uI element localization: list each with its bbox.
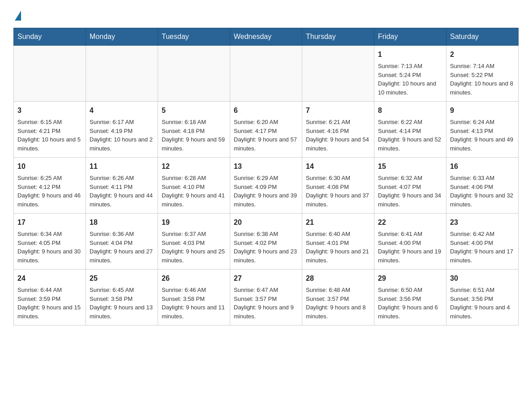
sunset-text: Sunset: 4:00 PM xyxy=(450,240,493,246)
calendar-cell: 28Sunrise: 6:48 AMSunset: 3:57 PMDayligh… xyxy=(302,270,374,325)
sunrise-text: Sunrise: 6:25 AM xyxy=(17,175,62,181)
calendar-cell: 15Sunrise: 6:32 AMSunset: 4:07 PMDayligh… xyxy=(374,158,446,214)
sunrise-text: Sunrise: 6:18 AM xyxy=(162,119,206,125)
daylight-text: Daylight: 9 hours and 37 minutes. xyxy=(306,192,369,208)
weekday-header-thursday: Thursday xyxy=(302,28,374,46)
day-number: 23 xyxy=(450,217,515,228)
daylight-text: Daylight: 9 hours and 54 minutes. xyxy=(306,136,369,152)
daylight-text: Daylight: 9 hours and 34 minutes. xyxy=(378,192,441,208)
sunset-text: Sunset: 5:24 PM xyxy=(378,72,421,78)
page-header xyxy=(13,9,519,19)
day-number: 15 xyxy=(378,161,442,172)
calendar-cell: 8Sunrise: 6:22 AMSunset: 4:14 PMDaylight… xyxy=(374,102,446,158)
calendar-cell: 26Sunrise: 6:46 AMSunset: 3:58 PMDayligh… xyxy=(158,270,230,325)
calendar-cell: 18Sunrise: 6:36 AMSunset: 4:04 PMDayligh… xyxy=(86,214,158,270)
calendar-cell: 14Sunrise: 6:30 AMSunset: 4:08 PMDayligh… xyxy=(302,158,374,214)
day-number: 10 xyxy=(17,161,82,172)
calendar-cell: 6Sunrise: 6:20 AMSunset: 4:17 PMDaylight… xyxy=(230,102,302,158)
sunset-text: Sunset: 4:03 PM xyxy=(162,240,205,246)
sunset-text: Sunset: 4:01 PM xyxy=(306,240,349,246)
sunrise-text: Sunrise: 6:41 AM xyxy=(378,231,422,237)
week-row-1: 1Sunrise: 7:13 AMSunset: 5:24 PMDaylight… xyxy=(14,46,519,102)
daylight-text: Daylight: 9 hours and 19 minutes. xyxy=(378,248,441,264)
calendar-cell: 12Sunrise: 6:28 AMSunset: 4:10 PMDayligh… xyxy=(158,158,230,214)
day-number: 3 xyxy=(17,105,82,116)
daylight-text: Daylight: 9 hours and 27 minutes. xyxy=(90,248,153,264)
daylight-text: Daylight: 9 hours and 30 minutes. xyxy=(17,248,81,264)
calendar-cell xyxy=(158,46,230,102)
day-number: 21 xyxy=(306,217,370,228)
weekday-header-friday: Friday xyxy=(374,28,446,46)
daylight-text: Daylight: 9 hours and 11 minutes. xyxy=(162,304,225,320)
daylight-text: Daylight: 9 hours and 44 minutes. xyxy=(90,192,153,208)
calendar-cell: 2Sunrise: 7:14 AMSunset: 5:22 PMDaylight… xyxy=(446,46,519,102)
calendar-cell: 24Sunrise: 6:44 AMSunset: 3:59 PMDayligh… xyxy=(14,270,86,325)
sunrise-text: Sunrise: 6:22 AM xyxy=(378,119,422,125)
daylight-text: Daylight: 10 hours and 8 minutes. xyxy=(450,80,513,96)
day-number: 6 xyxy=(234,105,298,116)
calendar-cell: 10Sunrise: 6:25 AMSunset: 4:12 PMDayligh… xyxy=(14,158,86,214)
day-number: 17 xyxy=(17,217,82,228)
sunset-text: Sunset: 5:22 PM xyxy=(450,72,493,78)
sunrise-text: Sunrise: 6:30 AM xyxy=(306,175,350,181)
calendar-cell: 21Sunrise: 6:40 AMSunset: 4:01 PMDayligh… xyxy=(302,214,374,270)
calendar-cell: 4Sunrise: 6:17 AMSunset: 4:19 PMDaylight… xyxy=(86,102,158,158)
daylight-text: Daylight: 9 hours and 23 minutes. xyxy=(234,248,297,264)
sunset-text: Sunset: 4:12 PM xyxy=(17,184,60,190)
day-number: 11 xyxy=(90,161,154,172)
sunset-text: Sunset: 4:04 PM xyxy=(90,240,133,246)
calendar-cell: 11Sunrise: 6:26 AMSunset: 4:11 PMDayligh… xyxy=(86,158,158,214)
sunrise-text: Sunrise: 7:13 AM xyxy=(378,63,422,69)
sunset-text: Sunset: 4:17 PM xyxy=(234,128,277,134)
sunset-text: Sunset: 4:11 PM xyxy=(90,184,133,190)
sunrise-text: Sunrise: 6:20 AM xyxy=(234,119,278,125)
daylight-text: Daylight: 10 hours and 5 minutes. xyxy=(17,136,81,152)
day-number: 19 xyxy=(162,217,226,228)
sunrise-text: Sunrise: 6:46 AM xyxy=(162,287,206,293)
daylight-text: Daylight: 9 hours and 21 minutes. xyxy=(306,248,369,264)
sunrise-text: Sunrise: 6:48 AM xyxy=(306,287,350,293)
daylight-text: Daylight: 9 hours and 17 minutes. xyxy=(450,248,513,264)
day-number: 9 xyxy=(450,105,515,116)
sunrise-text: Sunrise: 6:44 AM xyxy=(17,287,62,293)
sunrise-text: Sunrise: 6:45 AM xyxy=(90,287,134,293)
sunset-text: Sunset: 4:08 PM xyxy=(306,184,349,190)
calendar-cell: 13Sunrise: 6:29 AMSunset: 4:09 PMDayligh… xyxy=(230,158,302,214)
week-row-5: 24Sunrise: 6:44 AMSunset: 3:59 PMDayligh… xyxy=(14,270,519,325)
calendar-cell: 3Sunrise: 6:15 AMSunset: 4:21 PMDaylight… xyxy=(14,102,86,158)
sunset-text: Sunset: 3:59 PM xyxy=(17,295,60,302)
daylight-text: Daylight: 9 hours and 8 minutes. xyxy=(306,304,366,320)
calendar-cell: 29Sunrise: 6:50 AMSunset: 3:56 PMDayligh… xyxy=(374,270,446,325)
sunset-text: Sunset: 4:07 PM xyxy=(378,184,421,190)
weekday-header-saturday: Saturday xyxy=(446,28,519,46)
sunset-text: Sunset: 4:09 PM xyxy=(234,184,277,190)
day-number: 30 xyxy=(450,273,515,284)
calendar-cell: 1Sunrise: 7:13 AMSunset: 5:24 PMDaylight… xyxy=(374,46,446,102)
daylight-text: Daylight: 10 hours and 10 minutes. xyxy=(378,80,436,96)
sunrise-text: Sunrise: 6:24 AM xyxy=(450,119,494,125)
sunset-text: Sunset: 4:18 PM xyxy=(162,128,205,134)
sunset-text: Sunset: 4:06 PM xyxy=(450,184,493,190)
calendar-table: SundayMondayTuesdayWednesdayThursdayFrid… xyxy=(13,28,519,325)
day-number: 7 xyxy=(306,105,370,116)
sunset-text: Sunset: 3:57 PM xyxy=(306,295,349,302)
calendar-cell: 16Sunrise: 6:33 AMSunset: 4:06 PMDayligh… xyxy=(446,158,519,214)
day-number: 8 xyxy=(378,105,442,116)
day-number: 28 xyxy=(306,273,370,284)
sunset-text: Sunset: 4:16 PM xyxy=(306,128,349,134)
sunrise-text: Sunrise: 6:33 AM xyxy=(450,175,494,181)
daylight-text: Daylight: 9 hours and 4 minutes. xyxy=(450,304,510,320)
sunset-text: Sunset: 3:58 PM xyxy=(90,295,133,302)
calendar-cell: 19Sunrise: 6:37 AMSunset: 4:03 PMDayligh… xyxy=(158,214,230,270)
day-number: 1 xyxy=(378,49,442,60)
calendar-cell: 20Sunrise: 6:38 AMSunset: 4:02 PMDayligh… xyxy=(230,214,302,270)
sunrise-text: Sunrise: 6:15 AM xyxy=(17,119,62,125)
day-number: 16 xyxy=(450,161,515,172)
calendar-cell: 9Sunrise: 6:24 AMSunset: 4:13 PMDaylight… xyxy=(446,102,519,158)
daylight-text: Daylight: 9 hours and 39 minutes. xyxy=(234,192,297,208)
sunset-text: Sunset: 3:56 PM xyxy=(378,295,421,302)
sunset-text: Sunset: 4:13 PM xyxy=(450,128,493,134)
weekday-header-tuesday: Tuesday xyxy=(158,28,230,46)
calendar-cell xyxy=(302,46,374,102)
weekday-header-row: SundayMondayTuesdayWednesdayThursdayFrid… xyxy=(14,28,519,46)
